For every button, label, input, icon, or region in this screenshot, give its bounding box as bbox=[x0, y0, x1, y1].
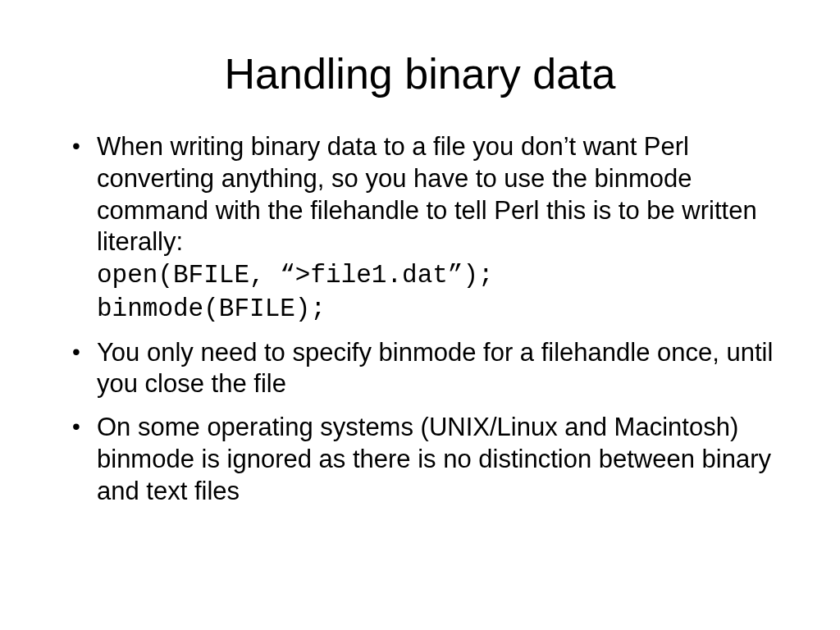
slide-container: Handling binary data When writing binary… bbox=[0, 0, 840, 630]
bullet-1-code-line-1: open(BFILE, “>file1.dat”); bbox=[97, 261, 494, 290]
bullet-item-1: When writing binary data to a file you d… bbox=[66, 131, 783, 326]
bullet-3-text: On some operating systems (UNIX/Linux an… bbox=[97, 413, 771, 505]
bullet-item-2: You only need to specify binmode for a f… bbox=[66, 337, 783, 401]
bullet-item-3: On some operating systems (UNIX/Linux an… bbox=[66, 412, 783, 507]
bullet-list: When writing binary data to a file you d… bbox=[66, 131, 783, 507]
slide-title: Handling binary data bbox=[57, 49, 783, 98]
bullet-1-code-line-2: binmode(BFILE); bbox=[97, 294, 326, 323]
bullet-1-text: When writing binary data to a file you d… bbox=[97, 132, 757, 256]
bullet-2-text: You only need to specify binmode for a f… bbox=[97, 338, 773, 399]
